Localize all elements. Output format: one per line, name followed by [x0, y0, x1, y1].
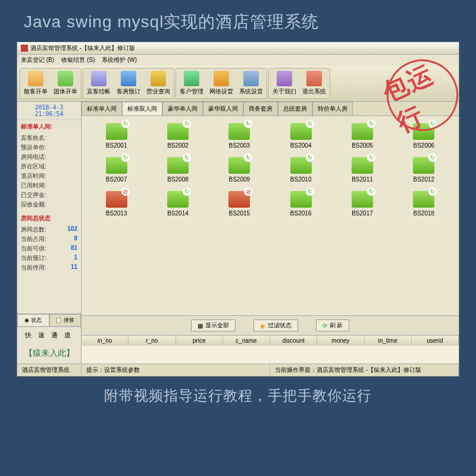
room-available-icon: [106, 157, 127, 174]
room-available-icon: [167, 191, 189, 208]
toolbar-group-0: 散客开单团体开单: [20, 68, 82, 99]
room-item-BS2008[interactable]: BS2008: [150, 157, 205, 183]
room-item-BS2005[interactable]: BS2005: [334, 123, 390, 149]
room-type-tab-3[interactable]: 豪华双人间: [203, 102, 243, 115]
toolbar-button-营业查询[interactable]: 营业查询: [144, 70, 173, 97]
room-item-BS2014[interactable]: BS2014: [150, 191, 205, 217]
toolbar-button-网络设置[interactable]: 网络设置: [207, 70, 236, 97]
sidebar-tab-0[interactable]: ◉ 状态: [17, 314, 49, 327]
room-item-BS2007[interactable]: BS2007: [89, 157, 144, 183]
filter-bar: ▦显示全部 ◉过滤状态 ⟳刷 新: [82, 315, 459, 335]
room-item-BS2002[interactable]: BS2002: [150, 123, 205, 149]
column-header-money[interactable]: money: [317, 336, 364, 346]
menu-bar: 来宾登记 (B)收银结算 (S)系统维护 (W): [17, 55, 459, 65]
room-label: BS2008: [167, 176, 189, 183]
toolbar-group-1: 宾客结帐客房预订营业查询: [83, 68, 174, 99]
promo-banner-top: Java swing mysql实现的酒店管理系统: [0, 0, 476, 42]
status-app-name: 酒店宾馆管理系统: [17, 364, 82, 376]
room-item-BS2010[interactable]: BS2010: [273, 157, 328, 183]
room-label: BS2011: [352, 176, 373, 183]
refresh-button[interactable]: ⟳刷 新: [316, 320, 350, 331]
toolbar-button-宾客结帐[interactable]: 宾客结帐: [84, 70, 113, 97]
column-header-discount[interactable]: discount: [270, 336, 317, 346]
room-type-tab-2[interactable]: 豪华单人间: [162, 102, 203, 115]
room-grid: BS2001BS2002BS2003BS2004BS2005BS2006BS20…: [82, 116, 459, 315]
room-type-tab-1[interactable]: 标准双人间: [122, 102, 162, 115]
promo-banner-bottom: 附带视频指导运行教程，手把手教你运行: [0, 377, 476, 415]
menu-item-1[interactable]: 收银结算 (S): [61, 56, 95, 64]
column-header-in_time[interactable]: in_time: [365, 336, 412, 346]
toolbar-button-label: 营业查询: [146, 87, 170, 96]
app-icon: [21, 45, 28, 52]
toolbar-button-系统设置[interactable]: 系统设置: [237, 70, 265, 97]
column-header-in_no[interactable]: in_no: [82, 336, 129, 346]
stat-row: 当前预订:1: [21, 253, 77, 263]
room-label: BS2014: [167, 210, 189, 217]
info-field: 宾客姓名:: [21, 133, 77, 143]
room-label: BS2009: [229, 176, 250, 183]
status-bar: 酒店宾馆管理系统 提示：设置系统参数 当前操作界面：酒店宾馆管理系统 -【猿来入…: [17, 364, 459, 376]
toolbar-button-label: 退出系统: [302, 87, 326, 96]
toolbar-button-label: 团体开单: [54, 87, 77, 96]
room-available-icon: [352, 191, 373, 208]
column-header-r_no[interactable]: r_no: [129, 336, 176, 346]
room-occupied-icon: [106, 191, 127, 208]
room-available-icon: [352, 157, 373, 174]
column-header-price[interactable]: price: [176, 336, 223, 346]
room-type-tab-0[interactable]: 标准单人间: [82, 102, 122, 115]
exit-icon: [306, 71, 322, 86]
room-item-BS2009[interactable]: BS2009: [212, 157, 267, 183]
sidebar-tabs: ◉ 状态📋 便签: [17, 314, 81, 327]
stat-row: 当前可供:81: [21, 244, 77, 253]
room-item-BS2015[interactable]: BS2015: [212, 191, 267, 217]
room-label: BS2010: [290, 176, 312, 183]
query-icon: [151, 71, 166, 86]
sidebar-tab-1[interactable]: 📋 便签: [49, 314, 82, 327]
room-stats-panel: 房间总状态 房间总数:102当前占用:8当前可供:81当前预订:1当前停用:11: [17, 212, 81, 275]
toolbar-button-散客开单[interactable]: 散客开单: [21, 70, 50, 97]
room-type-tab-6[interactable]: 特价单人房: [312, 102, 353, 115]
room-info-panel: 标准单人间: 宾客姓名:预设单价:房间电话:所在区域:退店时间:已用时间:已交押…: [17, 120, 81, 212]
menu-item-0[interactable]: 来宾登记 (B): [21, 56, 54, 64]
window-title: 酒店宾馆管理系统 -【猿来入此】修订版: [30, 44, 135, 52]
room-label: BS2017: [352, 210, 373, 217]
room-item-BS2011[interactable]: BS2011: [334, 157, 390, 183]
room-item-BS2018[interactable]: BS2018: [396, 191, 452, 217]
room-type-tab-5[interactable]: 总统套房: [278, 102, 312, 115]
room-label: BS2012: [414, 176, 435, 183]
toolbar-button-客户管理[interactable]: 客户管理: [177, 70, 206, 97]
toolbar-button-关于我们[interactable]: 关于我们: [270, 70, 299, 97]
room-item-BS2017[interactable]: BS2017: [334, 191, 390, 217]
room-available-icon: [167, 157, 189, 174]
room-item-BS2013[interactable]: BS2013: [89, 191, 144, 217]
room-available-icon: [352, 123, 373, 140]
room-available-icon: [167, 123, 189, 140]
info-field: 已交押金:: [21, 190, 77, 200]
room-info-title: 标准单人间:: [21, 123, 77, 131]
net-icon: [214, 71, 229, 86]
room-label: BS2018: [414, 210, 435, 217]
toolbar-button-label: 关于我们: [273, 87, 296, 96]
room-available-icon: [413, 191, 434, 208]
show-all-button[interactable]: ▦显示全部: [191, 320, 236, 331]
room-type-tab-4[interactable]: 商务套房: [243, 102, 278, 115]
room-item-BS2003[interactable]: BS2003: [212, 123, 267, 149]
room-item-BS2012[interactable]: BS2012: [396, 157, 452, 183]
toolbar-button-团体开单[interactable]: 团体开单: [51, 70, 80, 97]
toolbar-button-退出系统[interactable]: 退出系统: [300, 70, 328, 97]
toolbar-button-label: 散客开单: [24, 87, 48, 96]
room-item-BS2004[interactable]: BS2004: [273, 123, 328, 149]
window-titlebar[interactable]: 酒店宾馆管理系统 -【猿来入此】修订版: [17, 42, 459, 55]
refresh-icon: ⟳: [322, 322, 327, 329]
room-available-icon: [290, 157, 312, 174]
person2-icon: [58, 71, 73, 86]
toolbar-button-客房预订[interactable]: 客房预订: [114, 70, 143, 97]
column-header-userid[interactable]: userid: [412, 336, 459, 346]
table-body[interactable]: [82, 346, 459, 364]
column-header-c_name[interactable]: c_name: [223, 336, 270, 346]
room-item-BS2016[interactable]: BS2016: [273, 191, 328, 217]
status-context: 当前操作界面：酒店宾馆管理系统 -【猿来入此】修订版: [270, 364, 459, 376]
filter-status-button[interactable]: ◉过滤状态: [253, 320, 298, 331]
menu-item-2[interactable]: 系统维护 (W): [102, 56, 137, 64]
room-item-BS2001[interactable]: BS2001: [89, 123, 144, 149]
